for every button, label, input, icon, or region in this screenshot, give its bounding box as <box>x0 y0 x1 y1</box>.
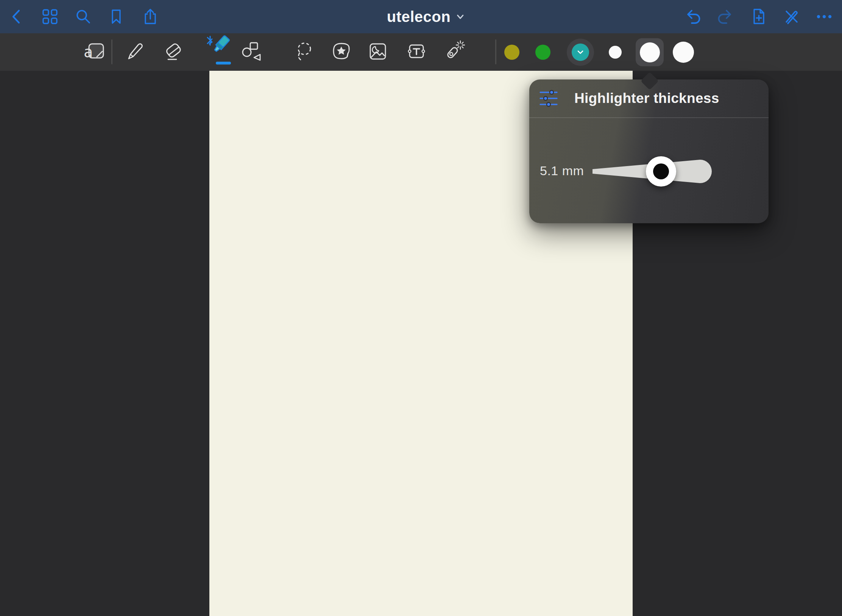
highlighter-tool[interactable] <box>202 34 234 68</box>
thickness-preset-medium-dot <box>640 42 660 62</box>
thickness-slider-thumb-dot <box>653 163 669 179</box>
toolbar-separator <box>495 39 496 64</box>
app-window: utelecon <box>0 0 842 616</box>
search-button[interactable] <box>75 8 92 25</box>
laser-pointer-icon <box>443 40 466 63</box>
undo-icon <box>683 8 702 26</box>
active-tool-underline <box>216 62 231 65</box>
shapes-tool[interactable] <box>240 40 263 64</box>
search-icon <box>75 8 92 25</box>
chevron-down-icon <box>456 13 465 20</box>
sliders-icon <box>539 89 558 107</box>
stickers-icon <box>331 41 352 62</box>
popover-title: Highlighter thickness <box>574 79 719 117</box>
back-icon <box>9 8 25 25</box>
page-grid-button[interactable] <box>41 8 59 25</box>
highlighter-thickness-popover: Highlighter thickness 5.1 mm <box>529 79 769 223</box>
document-title: utelecon <box>387 8 451 25</box>
color-swatch-teal-selected[interactable] <box>567 39 594 66</box>
pen-icon <box>124 41 145 62</box>
page-grid-icon <box>41 8 59 25</box>
lasso-tool[interactable] <box>293 40 315 64</box>
zoom-window-icon: a <box>83 40 106 62</box>
popover-header: Highlighter thickness <box>529 79 769 118</box>
thickness-slider-thumb[interactable] <box>646 156 676 187</box>
image-icon <box>367 40 389 62</box>
color-swatch-teal <box>572 44 589 61</box>
add-page-button[interactable] <box>750 8 768 26</box>
chevron-down-icon <box>577 50 584 54</box>
text-icon <box>405 40 427 62</box>
thickness-value: 5.1 mm <box>540 163 584 178</box>
back-button[interactable] <box>9 8 25 25</box>
navigation-bar: utelecon <box>0 0 842 33</box>
more-button[interactable] <box>815 8 833 26</box>
lasso-icon <box>293 40 315 63</box>
bookmark-button[interactable] <box>108 8 125 25</box>
zoom-window-tool[interactable]: a <box>83 40 106 64</box>
image-tool[interactable] <box>367 40 389 64</box>
undo-button[interactable] <box>683 8 702 26</box>
share-icon <box>142 8 159 25</box>
eraser-tool[interactable] <box>162 40 184 64</box>
bluetooth-icon <box>207 36 212 45</box>
redo-button[interactable] <box>717 8 735 26</box>
add-page-icon <box>750 8 768 26</box>
canvas-background-left <box>0 71 209 616</box>
shapes-icon <box>240 40 263 63</box>
toolbar-separator <box>111 39 112 64</box>
redo-icon <box>717 8 735 26</box>
pen-tool[interactable] <box>124 41 145 64</box>
stop-annotating-button[interactable] <box>783 8 801 26</box>
tool-bar: a <box>0 33 842 71</box>
thickness-preset-small[interactable] <box>609 46 622 59</box>
highlighter-icon <box>202 34 234 67</box>
pen-disabled-icon <box>783 8 801 26</box>
color-swatch-olive[interactable] <box>504 45 519 60</box>
document-title-button[interactable]: utelecon <box>387 8 465 25</box>
share-button[interactable] <box>142 8 159 25</box>
more-icon <box>815 8 833 26</box>
stickers-tool[interactable] <box>331 41 352 64</box>
text-tool[interactable] <box>405 40 427 64</box>
bookmark-icon <box>108 8 125 25</box>
thickness-preset-medium-selected[interactable] <box>636 38 664 66</box>
eraser-icon <box>162 40 184 62</box>
thickness-preset-large[interactable] <box>673 42 694 63</box>
color-swatch-green[interactable] <box>535 45 550 60</box>
svg-text:a: a <box>84 43 93 61</box>
laser-pointer-tool[interactable] <box>443 40 466 65</box>
